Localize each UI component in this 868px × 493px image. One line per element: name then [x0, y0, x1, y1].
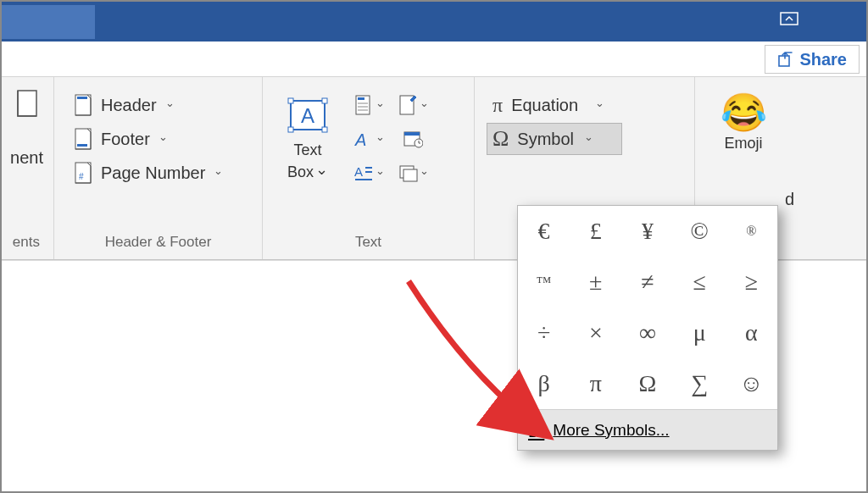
- symbol-dropdown-panel: € £ ¥ © ® ™ ± ≠ ≤ ≥ ÷ × ∞ μ α β π Ω ∑ ☺ …: [517, 205, 778, 451]
- svg-rect-32: [403, 169, 417, 181]
- symbol-cell[interactable]: μ: [674, 307, 726, 358]
- chevron-down-icon: [420, 99, 429, 112]
- quick-parts-icon: [353, 93, 374, 117]
- object-icon: [398, 163, 418, 183]
- object-button[interactable]: [392, 157, 434, 189]
- symbol-cell[interactable]: ®: [726, 206, 777, 257]
- quick-parts-button[interactable]: [348, 89, 390, 121]
- symbol-cell[interactable]: ≠: [621, 257, 673, 307]
- title-highlight: [2, 5, 95, 39]
- svg-rect-6: [77, 144, 87, 147]
- ribbon-display-options-icon[interactable]: [780, 12, 798, 27]
- text-box-button[interactable]: A Text Box: [275, 89, 341, 186]
- ribbon-group-text: A Text Box A: [263, 77, 475, 259]
- wordart-button[interactable]: A: [348, 123, 390, 155]
- symbol-cell[interactable]: ¥: [621, 206, 673, 257]
- text-group-label: Text: [275, 227, 462, 259]
- footer-button[interactable]: Footer: [66, 123, 250, 155]
- svg-rect-10: [288, 98, 293, 103]
- symbol-cell[interactable]: ≤: [674, 257, 726, 307]
- svg-text:A: A: [354, 164, 363, 179]
- title-bar: [2, 2, 866, 42]
- share-icon: [777, 51, 794, 68]
- equation-label: Equation: [511, 96, 578, 115]
- svg-text:A: A: [301, 104, 314, 127]
- date-time-button[interactable]: [392, 123, 434, 155]
- symbol-cell[interactable]: ☺: [726, 358, 777, 409]
- header-footer-group-label: Header & Footer: [66, 227, 250, 259]
- header-icon: [72, 92, 94, 118]
- svg-rect-2: [18, 91, 36, 116]
- symbol-cell[interactable]: ≥: [726, 257, 777, 307]
- signature-icon: [398, 93, 418, 117]
- more-symbols-label: More Symbols...: [553, 421, 669, 440]
- page-number-icon: #: [72, 160, 94, 186]
- footer-label: Footer: [101, 130, 150, 149]
- share-bar: Share: [2, 42, 866, 77]
- chevron-down-icon: [376, 167, 385, 180]
- symbol-cell[interactable]: ∞: [621, 307, 673, 358]
- ribbon-group-partial: nent ents: [2, 77, 54, 259]
- share-button[interactable]: Share: [765, 45, 860, 74]
- chevron-down-icon: [595, 99, 604, 112]
- date-time-icon: [403, 129, 423, 149]
- emoji-label: Emoji: [724, 135, 762, 152]
- signature-line-button[interactable]: [392, 89, 434, 121]
- chevron-down-icon: [420, 167, 429, 180]
- symbol-button[interactable]: Ω Symbol: [487, 123, 622, 155]
- symbol-cell[interactable]: ±: [570, 257, 621, 307]
- chevron-down-icon: [214, 167, 223, 180]
- share-label: Share: [799, 50, 847, 69]
- svg-text:#: #: [79, 172, 84, 181]
- svg-rect-23: [404, 132, 420, 136]
- symbol-cell[interactable]: ÷: [518, 307, 570, 358]
- symbol-label: Symbol: [517, 130, 574, 149]
- pi-icon: π: [492, 94, 503, 117]
- text-box-label-2: Box: [287, 163, 314, 181]
- svg-rect-16: [358, 97, 364, 100]
- chevron-down-icon: [165, 99, 175, 112]
- equation-dropdown[interactable]: [587, 89, 610, 121]
- drop-cap-button[interactable]: A: [348, 157, 390, 189]
- more-symbols-button[interactable]: Ω More Symbols...: [518, 409, 777, 450]
- symbol-cell[interactable]: ™: [518, 257, 570, 307]
- omega-icon: Ω: [492, 126, 509, 152]
- chevron-down-icon: [159, 133, 168, 146]
- ribbon-group-header-footer: Header Footer # Page Number Header & Foo…: [54, 77, 263, 259]
- document-icon: [14, 89, 42, 123]
- emoji-icon: 😂: [721, 94, 767, 131]
- symbol-cell[interactable]: ×: [570, 307, 621, 358]
- svg-rect-12: [288, 127, 293, 132]
- symbol-cell[interactable]: β: [518, 358, 570, 409]
- symbol-cell[interactable]: ∑: [674, 358, 726, 409]
- page-number-label: Page Number: [101, 163, 205, 183]
- svg-rect-11: [322, 98, 327, 103]
- symbol-cell[interactable]: ©: [674, 206, 726, 257]
- drop-cap-icon: A: [353, 163, 374, 183]
- svg-rect-0: [781, 13, 798, 25]
- symbol-cell[interactable]: €: [518, 206, 570, 257]
- symbol-cell[interactable]: π: [570, 358, 621, 409]
- header-label: Header: [101, 96, 157, 115]
- footer-icon: [72, 126, 94, 152]
- symbol-cell[interactable]: α: [726, 307, 777, 358]
- chevron-down-icon: [376, 99, 385, 112]
- symbol-grid: € £ ¥ © ® ™ ± ≠ ≤ ≥ ÷ × ∞ μ α β π Ω ∑ ☺: [518, 206, 777, 409]
- text-box-icon: A: [284, 94, 331, 138]
- chevron-down-icon: [315, 163, 328, 181]
- symbol-cell[interactable]: Ω: [621, 358, 673, 409]
- wordart-icon: A: [353, 129, 374, 149]
- text-box-label-1: Text: [293, 141, 321, 159]
- chevron-down-icon: [584, 133, 593, 146]
- omega-icon: Ω: [528, 418, 544, 443]
- header-button[interactable]: Header: [66, 89, 250, 121]
- page-number-button[interactable]: # Page Number: [66, 157, 250, 189]
- svg-text:A: A: [354, 130, 366, 149]
- svg-rect-13: [322, 127, 327, 132]
- symbol-cell[interactable]: £: [570, 206, 621, 257]
- chevron-down-icon: [376, 133, 385, 146]
- partial-label-fragment: nent: [10, 148, 43, 168]
- equation-button[interactable]: π Equation: [487, 89, 587, 121]
- svg-rect-4: [77, 97, 87, 99]
- partial-group-label: ents: [2, 227, 42, 259]
